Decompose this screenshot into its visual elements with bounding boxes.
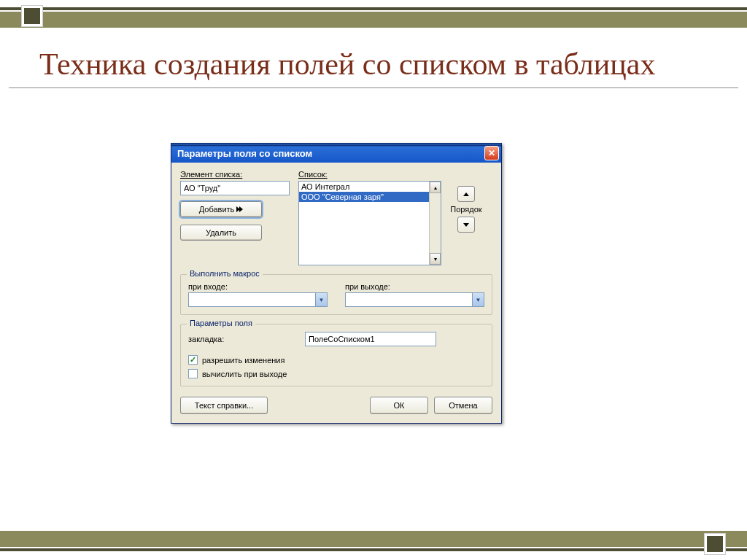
macro-group-title: Выполнить макрос — [187, 269, 263, 278]
scrollbar[interactable]: ▴ ▾ — [429, 182, 441, 265]
arrow-down-icon — [463, 223, 469, 227]
list-label: Список: — [298, 170, 444, 179]
macro-exit-combo[interactable]: ▼ — [345, 292, 484, 307]
slide-bottom-decor — [0, 531, 747, 557]
move-down-button[interactable] — [457, 217, 475, 233]
slide-title: Техника создания полей со списком в табл… — [39, 47, 711, 82]
move-up-button[interactable] — [457, 186, 475, 202]
combo-field-options-dialog: Параметры поля со списком ✕ Элемент спис… — [171, 143, 502, 424]
cancel-button[interactable]: Отмена — [434, 397, 492, 414]
list-box[interactable]: АО Интеграл ООО "Северная заря" ▴ ▾ — [298, 181, 441, 265]
add-button-label: Добавить — [199, 205, 235, 214]
close-icon[interactable]: ✕ — [484, 146, 499, 160]
add-button[interactable]: Добавить — [180, 201, 262, 217]
fast-forward-icon — [237, 206, 243, 212]
allow-changes-checkbox[interactable]: ✓ — [188, 355, 198, 365]
field-params-title: Параметры поля — [187, 319, 255, 327]
dialog-titlebar[interactable]: Параметры поля со списком ✕ — [171, 144, 501, 163]
help-text-button[interactable]: Текст справки... — [180, 397, 268, 414]
chevron-down-icon[interactable]: ▼ — [315, 293, 327, 306]
order-label: Порядок — [444, 205, 488, 214]
macro-entry-combo[interactable]: ▼ — [188, 292, 328, 307]
dialog-title: Параметры поля со списком — [177, 148, 312, 159]
element-label: Элемент списка: — [180, 170, 298, 179]
macro-exit-label: при выходе: — [345, 282, 484, 291]
list-item[interactable]: АО Интеграл — [299, 182, 441, 192]
arrow-up-icon — [463, 192, 469, 196]
allow-changes-label: разрешить изменения — [202, 356, 285, 365]
calc-on-exit-checkbox[interactable] — [188, 369, 198, 378]
scroll-down-icon[interactable]: ▾ — [430, 253, 441, 265]
calc-on-exit-label: вычислить при выходе — [202, 370, 287, 378]
title-underline — [9, 88, 738, 88]
bookmark-label: закладка: — [188, 335, 298, 343]
list-item[interactable]: ООО "Северная заря" — [299, 192, 441, 202]
field-params-group: Параметры поля закладка: ✓ разрешить изм… — [180, 324, 492, 386]
chevron-down-icon[interactable]: ▼ — [472, 293, 484, 306]
ok-button[interactable]: ОК — [370, 397, 428, 414]
slide-top-decor — [0, 7, 747, 34]
bookmark-input[interactable] — [305, 332, 436, 346]
macro-group: Выполнить макрос при входе: ▼ при выходе… — [180, 274, 492, 315]
element-input[interactable] — [180, 181, 290, 195]
delete-button-label: Удалить — [206, 228, 236, 237]
macro-entry-label: при входе: — [188, 282, 328, 291]
scroll-up-icon[interactable]: ▴ — [430, 182, 441, 193]
delete-button[interactable]: Удалить — [180, 225, 262, 241]
